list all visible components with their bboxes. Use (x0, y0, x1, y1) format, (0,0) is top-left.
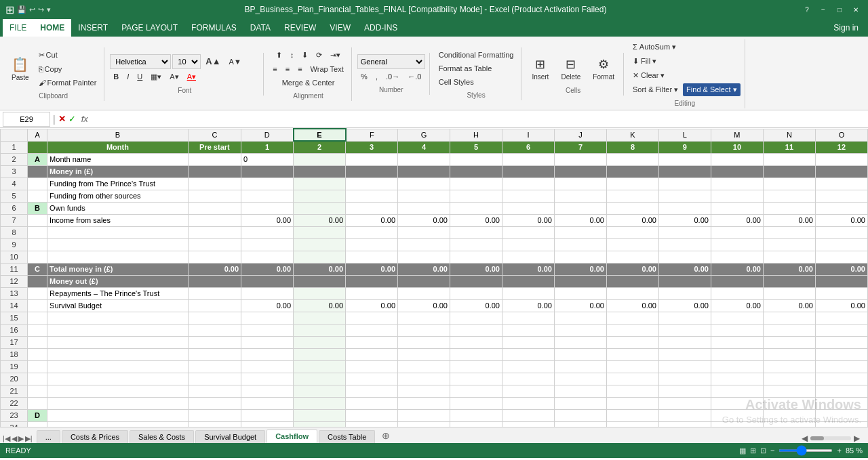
cell-A6[interactable]: B (28, 202, 47, 214)
cell-F13[interactable] (346, 287, 398, 299)
cell-E13[interactable] (294, 287, 346, 299)
cell-J3[interactable] (554, 165, 606, 177)
table-row[interactable]: 12Money out (£) (1, 275, 868, 287)
cell-styles-button[interactable]: Cell Styles (435, 76, 477, 88)
cell-I16[interactable] (502, 324, 554, 336)
cell-M21[interactable] (711, 385, 763, 397)
cell-A3[interactable] (28, 165, 47, 177)
align-bottom-button[interactable]: ⬇ (298, 49, 311, 62)
cell-A2[interactable]: A (28, 153, 47, 165)
border-button[interactable]: ▦▾ (147, 70, 165, 83)
cell-J23[interactable] (554, 409, 606, 421)
cell-K6[interactable] (606, 202, 658, 214)
cell-K11[interactable]: 0.00 (606, 263, 658, 275)
cell-F1[interactable]: 3 (346, 141, 398, 153)
cell-I3[interactable] (502, 165, 554, 177)
cell-F6[interactable] (346, 202, 398, 214)
cell-N15[interactable] (763, 312, 815, 324)
cell-I9[interactable] (502, 238, 554, 251)
row-header-5[interactable]: 5 (1, 190, 28, 202)
cell-I13[interactable] (502, 287, 554, 299)
align-middle-button[interactable]: ↕ (287, 49, 298, 62)
cell-I21[interactable] (502, 385, 554, 397)
cell-O3[interactable] (815, 165, 867, 177)
cell-C15[interactable] (188, 312, 241, 324)
table-row[interactable]: 3Money in (£) (1, 165, 868, 177)
insert-button[interactable]: ⊞ Insert (527, 54, 553, 83)
cell-A5[interactable] (28, 190, 47, 202)
cell-J15[interactable] (554, 312, 606, 324)
col-header-I[interactable]: I (502, 129, 554, 141)
cell-J16[interactable] (554, 324, 606, 336)
cell-F5[interactable] (346, 190, 398, 202)
table-row[interactable]: 23D (1, 409, 868, 421)
cell-L6[interactable] (658, 202, 711, 214)
cell-J4[interactable] (554, 177, 606, 190)
cell-L14[interactable]: 0.00 (658, 299, 711, 312)
cell-H1[interactable]: 5 (450, 141, 502, 153)
cell-H22[interactable] (450, 397, 502, 409)
maximize-btn[interactable]: □ (833, 3, 846, 16)
cell-M2[interactable] (711, 153, 763, 165)
cell-E20[interactable] (294, 373, 346, 385)
cell-F7[interactable]: 0.00 (346, 214, 398, 226)
row-header-12[interactable]: 12 (1, 275, 28, 287)
cell-K20[interactable] (606, 373, 658, 385)
cell-L9[interactable] (658, 238, 711, 251)
cell-H24[interactable] (450, 421, 502, 427)
cell-A18[interactable] (28, 348, 47, 360)
cell-G8[interactable] (398, 226, 450, 238)
cell-D14[interactable]: 0.00 (241, 299, 294, 312)
cell-F21[interactable] (346, 385, 398, 397)
cell-H14[interactable]: 0.00 (450, 299, 502, 312)
cell-M8[interactable] (711, 226, 763, 238)
table-row[interactable]: 14Survival Budget0.000.000.000.000.000.0… (1, 299, 868, 312)
cell-K8[interactable] (606, 226, 658, 238)
cell-F3[interactable] (346, 165, 398, 177)
cell-E24[interactable] (294, 421, 346, 427)
quick-access-redo[interactable]: ↪ (38, 5, 44, 14)
cell-J21[interactable] (554, 385, 606, 397)
cell-N8[interactable] (763, 226, 815, 238)
font-name-selector[interactable]: Helvetica (110, 54, 171, 69)
cell-C3[interactable] (188, 165, 241, 177)
decrease-font-size-button[interactable]: A▼ (226, 56, 245, 68)
cell-I22[interactable] (502, 397, 554, 409)
cancel-formula-button[interactable]: ✕ (58, 114, 66, 124)
cell-H17[interactable] (450, 336, 502, 348)
cell-L24[interactable] (658, 421, 711, 427)
cell-B23[interactable] (47, 409, 189, 421)
cell-N12[interactable] (763, 275, 815, 287)
cell-H2[interactable] (450, 153, 502, 165)
fill-button[interactable]: ⬇ Fill ▾ (629, 55, 660, 68)
menu-formulas[interactable]: FORMULAS (184, 19, 243, 37)
cell-D1[interactable]: 1 (241, 141, 294, 153)
cell-O15[interactable] (815, 312, 867, 324)
increase-font-size-button[interactable]: A▲ (202, 54, 224, 68)
row-header-18[interactable]: 18 (1, 348, 28, 360)
table-row[interactable]: 10 (1, 251, 868, 263)
copy-button[interactable]: ⎘ Copy (35, 63, 100, 75)
bold-button[interactable]: B (110, 70, 122, 83)
cell-J18[interactable] (554, 348, 606, 360)
cell-B15[interactable] (47, 312, 189, 324)
cell-A14[interactable] (28, 299, 47, 312)
cell-B19[interactable] (47, 360, 189, 373)
cell-L20[interactable] (658, 373, 711, 385)
col-header-H[interactable]: H (450, 129, 502, 141)
format-painter-button[interactable]: 🖌 Format Painter (35, 77, 100, 89)
row-header-13[interactable]: 13 (1, 287, 28, 299)
table-row[interactable]: 22 (1, 397, 868, 409)
cell-K12[interactable] (606, 275, 658, 287)
cell-N16[interactable] (763, 324, 815, 336)
cell-E19[interactable] (294, 360, 346, 373)
cell-N19[interactable] (763, 360, 815, 373)
cell-E22[interactable] (294, 397, 346, 409)
cell-A20[interactable] (28, 373, 47, 385)
cell-N11[interactable]: 0.00 (763, 263, 815, 275)
cell-L19[interactable] (658, 360, 711, 373)
cell-K15[interactable] (606, 312, 658, 324)
col-header-E[interactable]: E (294, 129, 346, 141)
cell-J5[interactable] (554, 190, 606, 202)
cell-C10[interactable] (188, 251, 241, 263)
